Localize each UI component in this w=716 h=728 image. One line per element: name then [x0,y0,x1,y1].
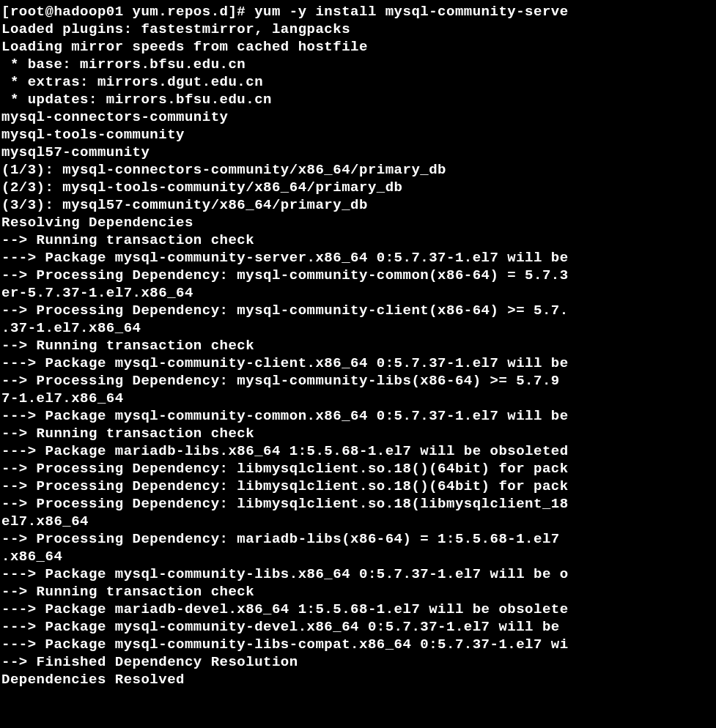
terminal-line: mysql-tools-community [1,126,716,144]
terminal-line: el7.x86_64 [1,513,716,530]
terminal-line: --> Finished Dependency Resolution [1,653,716,671]
terminal-line: Loaded plugins: fastestmirror, langpacks [1,21,716,38]
terminal-line: --> Running transaction check [1,231,716,249]
terminal-line: --> Processing Dependency: mariadb-libs(… [1,530,716,548]
terminal-line: --> Running transaction check [1,425,716,442]
terminal-line: --> Running transaction check [1,583,716,601]
terminal-line: ---> Package mysql-community-libs-compat… [1,636,716,653]
terminal-line: 7-1.el7.x86_64 [1,390,716,407]
terminal-line: --> Processing Dependency: mysql-communi… [1,372,716,390]
terminal-output[interactable]: [root@hadoop01 yum.repos.d]# yum -y inst… [0,0,716,688]
terminal-line: Resolving Dependencies [1,214,716,231]
terminal-line: ---> Package mysql-community-devel.x86_6… [1,618,716,636]
terminal-line: ---> Package mariadb-libs.x86_64 1:5.5.6… [1,442,716,460]
terminal-line: ---> Package mysql-community-client.x86_… [1,354,716,372]
terminal-line: * extras: mirrors.dgut.edu.cn [1,73,716,91]
terminal-line: Dependencies Resolved [1,671,716,688]
terminal-line: --> Processing Dependency: mysql-communi… [1,267,716,284]
terminal-line: er-5.7.37-1.el7.x86_64 [1,284,716,302]
terminal-line: --> Processing Dependency: mysql-communi… [1,302,716,319]
terminal-line: * updates: mirrors.bfsu.edu.cn [1,91,716,108]
terminal-line: --> Processing Dependency: libmysqlclien… [1,495,716,513]
terminal-line: --> Running transaction check [1,337,716,354]
terminal-line: ---> Package mysql-community-libs.x86_64… [1,565,716,583]
terminal-line: Loading mirror speeds from cached hostfi… [1,38,716,56]
terminal-line: [root@hadoop01 yum.repos.d]# yum -y inst… [1,3,716,21]
terminal-line: --> Processing Dependency: libmysqlclien… [1,460,716,478]
terminal-line: ---> Package mysql-community-common.x86_… [1,407,716,425]
terminal-line: * base: mirrors.bfsu.edu.cn [1,56,716,73]
terminal-line: ---> Package mariadb-devel.x86_64 1:5.5.… [1,601,716,618]
terminal-line: ---> Package mysql-community-server.x86_… [1,249,716,267]
terminal-line: .x86_64 [1,548,716,565]
terminal-line: (1/3): mysql-connectors-community/x86_64… [1,161,716,179]
terminal-line: (2/3): mysql-tools-community/x86_64/prim… [1,179,716,196]
terminal-line: mysql57-community [1,144,716,161]
terminal-line: --> Processing Dependency: libmysqlclien… [1,478,716,495]
terminal-line: (3/3): mysql57-community/x86_64/primary_… [1,196,716,214]
terminal-line: .37-1.el7.x86_64 [1,319,716,337]
terminal-line: mysql-connectors-community [1,108,716,126]
